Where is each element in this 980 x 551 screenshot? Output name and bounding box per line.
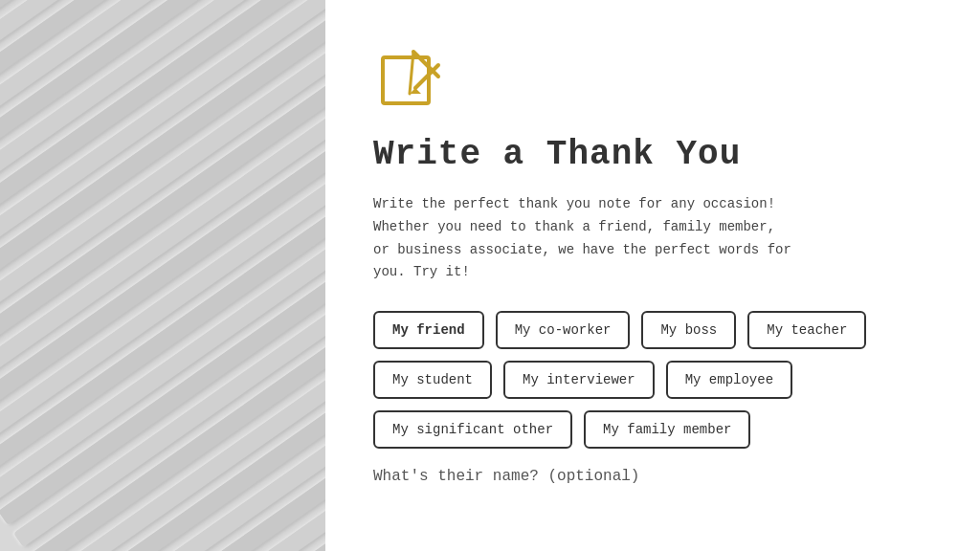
btn-interviewer[interactable]: My interviewer (503, 361, 655, 399)
btn-family-member[interactable]: My family member (584, 410, 750, 449)
btn-significant-other[interactable]: My significant other (373, 410, 572, 449)
btn-friend[interactable]: My friend (373, 311, 484, 349)
write-thank-you-icon (373, 38, 450, 115)
btn-teacher[interactable]: My teacher (747, 311, 866, 349)
content-panel: Write a Thank You Write the perfect than… (325, 0, 980, 551)
page-title: Write a Thank You (373, 135, 741, 174)
name-label: What's their name? (optional) (373, 468, 639, 485)
svg-line-1 (413, 52, 438, 77)
button-row-1: My friend My co-worker My boss My teache… (373, 311, 866, 349)
icon-wrapper (373, 38, 450, 120)
recipient-buttons-section: My friend My co-worker My boss My teache… (373, 311, 866, 449)
decorative-panel (0, 0, 325, 551)
description-text: Write the perfect thank you note for any… (373, 193, 794, 284)
btn-employee[interactable]: My employee (666, 361, 792, 399)
stripes (0, 0, 325, 551)
btn-student[interactable]: My student (373, 361, 492, 399)
btn-coworker[interactable]: My co-worker (496, 311, 631, 349)
button-row-3: My significant other My family member (373, 410, 866, 449)
button-row-2: My student My interviewer My employee (373, 361, 866, 399)
btn-boss[interactable]: My boss (641, 311, 736, 349)
